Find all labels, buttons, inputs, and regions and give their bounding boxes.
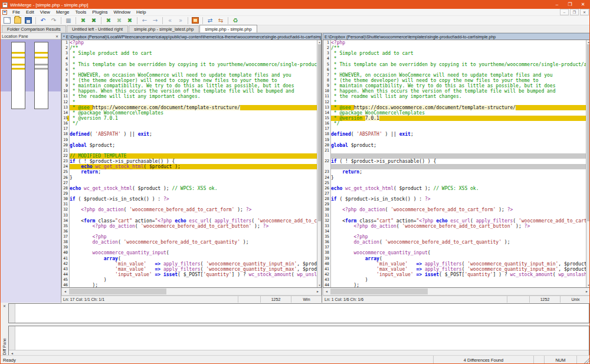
line-number: 14 xyxy=(323,110,331,116)
scroll-left-icon[interactable]: ◄ xyxy=(323,288,330,294)
refresh-icon: ⇆ xyxy=(218,18,223,24)
plugins-icon[interactable]: ♻ xyxy=(230,16,241,25)
code-row: 5 * This template can be overridden by c… xyxy=(323,62,586,67)
view-change-pane-icon[interactable]: ▦ xyxy=(63,16,74,25)
code-line xyxy=(331,126,586,132)
menu-file[interactable]: File xyxy=(9,9,23,16)
code-line: <?php xyxy=(70,40,317,45)
menu-plugins[interactable]: Plugins xyxy=(89,9,110,16)
code-row: 21 xyxy=(62,148,317,153)
last-diff-icon[interactable]: ✖ xyxy=(124,16,135,25)
menu-merge[interactable]: Merge xyxy=(53,9,73,16)
code-row: 21 xyxy=(323,148,586,153)
location-pane-header: Location Pane ✕ xyxy=(1,33,61,40)
current-diff-icon[interactable]: ✖ xyxy=(114,16,124,25)
right-code-area[interactable]: 1<?php2/**3 * Simple product add to cart… xyxy=(323,40,586,287)
minimize-button[interactable]: – xyxy=(550,1,563,9)
scroll-right-icon[interactable]: ► xyxy=(584,288,590,294)
save-icon[interactable] xyxy=(23,16,34,25)
scroll-down-icon[interactable]: ▼ xyxy=(586,283,590,287)
toolbar-separator xyxy=(228,17,228,24)
scroll-up-icon[interactable]: ▲ xyxy=(586,40,590,44)
copy-right-icon[interactable]: → xyxy=(150,16,160,25)
left-vertical-scrollbar[interactable]: ▲ ▼ xyxy=(317,40,321,287)
location-pane: Location Pane ✕ xyxy=(1,33,61,303)
line-number: 19 xyxy=(323,137,331,143)
right-file-bar[interactable] xyxy=(34,42,48,109)
diff-detail-right[interactable]: ◄ xyxy=(8,326,589,356)
line-number: 43 xyxy=(62,267,70,272)
copy-right-advance-icon[interactable]: » xyxy=(175,16,186,25)
auto-merge-icon[interactable]: ⇄ xyxy=(205,16,215,25)
location-pane-close-icon[interactable]: ✕ xyxy=(54,34,60,38)
redo-icon[interactable]: ↷ xyxy=(48,16,59,25)
scroll-right-icon[interactable]: ► xyxy=(314,288,321,294)
line-number: 35 xyxy=(323,234,331,240)
difference-marker xyxy=(12,52,25,54)
tab-4[interactable]: simple.php - simple.php xyxy=(199,25,257,32)
open-icon[interactable] xyxy=(12,16,23,25)
code-line: <?php xyxy=(70,234,317,240)
right-encoding: 1252 xyxy=(529,296,560,303)
tab-3[interactable]: simple.php - simple_latest.php xyxy=(129,25,199,32)
first-diff-icon[interactable]: ✖ xyxy=(103,16,114,25)
code-line: * Simple product add to cart xyxy=(331,51,586,56)
resize-grip-icon[interactable] xyxy=(584,358,590,363)
code-row: 19 xyxy=(62,137,317,143)
menu-help[interactable]: Help xyxy=(133,9,149,16)
options-icon[interactable] xyxy=(190,16,201,25)
code-row: 15 * @version 7.0.1 xyxy=(62,116,317,121)
menu-view[interactable]: View xyxy=(37,9,53,16)
code-row: 27 xyxy=(62,181,317,186)
code-row: 31 xyxy=(323,213,586,218)
menu-tools[interactable]: Tools xyxy=(73,9,90,16)
code-row: 35 <?php xyxy=(323,234,586,240)
menu-edit[interactable]: Edit xyxy=(23,9,37,16)
undo-icon: ↶ xyxy=(41,18,45,24)
right-vertical-scrollbar[interactable]: ▲ ▼ xyxy=(586,40,590,287)
code-line: } xyxy=(70,175,317,181)
mdi-close-button[interactable]: ✕ xyxy=(580,9,589,15)
left-code-area[interactable]: 1<?php2/**3 * Simple product add to cart… xyxy=(62,40,317,287)
undo-icon[interactable]: ↶ xyxy=(38,16,48,25)
copy-left-advance-icon[interactable]: « xyxy=(165,16,175,25)
auto-merge-icon: ⇄ xyxy=(208,18,212,24)
code-line: * This template can be overridden by cop… xyxy=(70,62,317,67)
code-line: /** xyxy=(70,45,317,51)
tab-2[interactable]: Untitled left - Untitled right xyxy=(67,25,128,32)
mdi-minimize-button[interactable]: – xyxy=(560,9,569,15)
code-row: 9 * maintain compatibility. We try to do… xyxy=(323,83,586,88)
refresh-icon[interactable]: ⇆ xyxy=(215,16,226,25)
code-line: * the readme will list any important cha… xyxy=(331,94,586,99)
scroll-left-icon[interactable]: ◄ xyxy=(62,288,68,294)
code-line xyxy=(70,126,317,132)
code-line: * happen. When this occurs the version o… xyxy=(331,88,586,94)
new-document-icon[interactable] xyxy=(2,16,12,25)
maximize-button[interactable]: ❐ xyxy=(563,1,576,9)
line-number: 41 xyxy=(323,267,331,272)
code-row: 5 * This template can be overridden by c… xyxy=(62,62,317,67)
next-diff-icon[interactable]: ✖ xyxy=(88,16,99,25)
code-line: * maintain compatibility. We try to do t… xyxy=(331,83,586,88)
app-icon xyxy=(2,2,8,8)
left-file-bar[interactable] xyxy=(11,42,25,109)
tab-1[interactable]: Folder Comparison Results xyxy=(2,25,66,32)
code-row: 7 * HOWEVER, on occasion WooCommerce wil… xyxy=(62,73,317,78)
status-bar: Ready 4 Differences Found NUM xyxy=(1,355,590,364)
prev-diff-icon[interactable]: ✖ xyxy=(78,16,88,25)
mdi-restore-button[interactable]: ❐ xyxy=(570,9,579,15)
scroll-down-icon[interactable]: ▼ xyxy=(317,283,322,287)
diff-detail-left[interactable] xyxy=(8,303,589,323)
code-row: 30 <?php do_action( 'woocommerce_before_… xyxy=(323,207,586,212)
code-row: 24} xyxy=(323,175,586,181)
left-horizontal-scrollbar[interactable]: ◄ ► xyxy=(61,288,322,296)
right-horizontal-scrollbar[interactable]: ◄ ► xyxy=(323,288,590,296)
location-pane-map[interactable] xyxy=(1,40,61,303)
menu-window[interactable]: Window xyxy=(111,9,133,16)
code-line: <?php xyxy=(331,234,586,240)
diff-pane-close-icon[interactable]: ✕ xyxy=(1,303,8,309)
close-button[interactable]: ✕ xyxy=(576,1,589,9)
line-number: 13 xyxy=(323,105,331,110)
scroll-up-icon[interactable]: ▲ xyxy=(317,40,322,44)
copy-left-icon[interactable]: ← xyxy=(139,16,150,25)
